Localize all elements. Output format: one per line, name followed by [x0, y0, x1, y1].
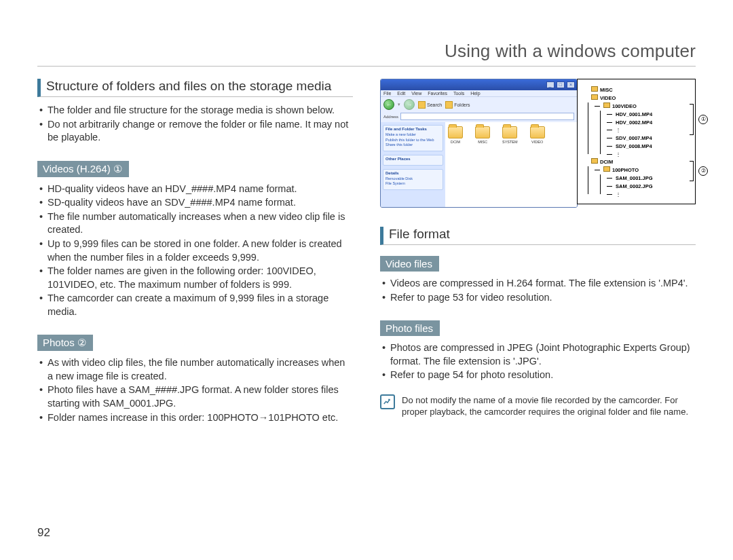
- task-text: Removable Disk: [386, 176, 440, 181]
- subheading-photos: Photos ②: [37, 335, 93, 351]
- folder-icon: [603, 102, 610, 108]
- tree-node: DCIM: [600, 159, 613, 165]
- minimize-icon: _: [546, 81, 555, 88]
- explorer-file-list: DCIM MISC SYSTEM VIDEO: [445, 122, 577, 207]
- explorer-menubar: File Edit View Favorites Tools Help: [381, 90, 577, 96]
- content-columns: Structure of folders and files on the st…: [37, 79, 696, 436]
- list-item: The camcorder can create a maximum of 9,…: [38, 292, 353, 318]
- note-box: Do not modify the name of a movie file r…: [380, 394, 696, 418]
- task-link: Make a new folder: [386, 132, 440, 137]
- folder-icon: [530, 126, 545, 138]
- menu-item: Help: [470, 91, 480, 96]
- folder-label: MISC: [478, 140, 487, 144]
- page-number: 92: [37, 526, 50, 540]
- explorer-addressbar: Address: [381, 112, 577, 122]
- folder-icon: [591, 94, 598, 100]
- folder-label: SYSTEM: [502, 140, 518, 144]
- list-item: HD-quality videos have an HDV_####.MP4 n…: [38, 183, 353, 196]
- subheading-videos: Videos (H.264) ①: [37, 161, 129, 177]
- menu-item: Favorites: [428, 91, 447, 96]
- task-group: Details Removable Disk File System: [383, 169, 443, 190]
- task-group: File and Folder Tasks Make a new folder …: [383, 125, 443, 151]
- callout-marker: ①: [698, 115, 708, 124]
- tree-node: 100VIDEO: [612, 103, 637, 109]
- back-icon: ←: [383, 99, 394, 110]
- folder-icon: [603, 166, 610, 172]
- list-item: The folder and file structure for the st…: [38, 104, 353, 117]
- menu-item: View: [411, 91, 421, 96]
- list-item: SD-quality videos have an SDV_####.MP4 n…: [38, 196, 353, 210]
- list-photos: As with video clip files, the file numbe…: [37, 356, 353, 424]
- task-group-title: Details: [386, 171, 440, 175]
- list-item: Photos are compressed in JPEG (Joint Pho…: [381, 341, 696, 368]
- folder-icon: [475, 126, 490, 138]
- task-group-title: Other Places: [386, 157, 440, 161]
- menu-item: File: [383, 91, 391, 96]
- forward-icon: →: [404, 99, 415, 110]
- callout-bracket: ②: [690, 161, 694, 181]
- folder-icon: [591, 86, 598, 92]
- callout-bracket: ①: [690, 104, 694, 135]
- task-group-title: File and Folder Tasks: [386, 127, 440, 131]
- heading-file-format: File format: [380, 227, 696, 245]
- tree-file: SAM_0001.JPG: [616, 175, 653, 181]
- list-item: Refer to page 54 for photo resolution.: [381, 369, 696, 382]
- list-structure-intro: The folder and file structure for the st…: [37, 104, 353, 145]
- tree-node: 100PHOTO: [612, 167, 639, 173]
- explorer-titlebar: ​ _ □ ×: [381, 79, 577, 90]
- tree-file: SDV_0007.MP4: [616, 135, 652, 141]
- tree-file: SDV_0008.MP4: [616, 143, 652, 149]
- page-title: Using with a windows computer: [37, 41, 696, 67]
- subheading-video-files: Video files: [380, 256, 439, 272]
- folder-label: DCIM: [451, 140, 460, 144]
- tree-node: VIDEO: [600, 95, 616, 101]
- task-link: Share this folder: [386, 143, 440, 147]
- list-item: Do not arbitrarily change or remove the …: [38, 118, 353, 145]
- left-column: Structure of folders and files on the st…: [37, 79, 353, 436]
- tree-file: HDV_0001.MP4: [616, 111, 652, 117]
- tree-file: HDV_0002.MP4: [616, 119, 652, 126]
- figure-folder-structure: ​ _ □ × File Edit View Favorites Tools H…: [380, 79, 696, 208]
- search-button: Search: [418, 101, 442, 109]
- right-column: ​ _ □ × File Edit View Favorites Tools H…: [380, 79, 696, 436]
- list-item: As with video clip files, the file numbe…: [38, 356, 353, 383]
- tree-node: MISC: [600, 87, 613, 93]
- note-icon: [380, 394, 395, 409]
- list-item: Folder names increase in this order: 100…: [38, 411, 353, 425]
- folder-label: VIDEO: [531, 140, 543, 144]
- ellipsis-icon: ⋮: [610, 191, 673, 199]
- maximize-icon: □: [557, 81, 565, 88]
- folder-item: SYSTEM: [502, 126, 518, 203]
- tree-file: SAM_0002.JPG: [616, 183, 653, 189]
- list-videos: HD-quality videos have an HDV_####.MP4 n…: [37, 183, 353, 319]
- window-controls: _ □ ×: [546, 81, 575, 88]
- list-item: The folder names are given in the follow…: [38, 265, 353, 291]
- folder-icon: [591, 158, 598, 164]
- list-item: Refer to page 53 for video resolution.: [381, 291, 696, 305]
- folder-item: VIDEO: [530, 126, 545, 203]
- callout-marker: ②: [698, 166, 708, 176]
- ellipsis-icon: ⋮: [610, 151, 673, 159]
- menu-item: Edit: [397, 91, 405, 96]
- explorer-task-panel: File and Folder Tasks Make a new folder …: [381, 122, 445, 207]
- folder-icon: [502, 126, 517, 138]
- list-video-files: Videos are compressed in H.264 format. T…: [380, 277, 696, 304]
- task-link: Publish this folder to the Web: [386, 138, 440, 143]
- folders-button: Folders: [445, 101, 470, 109]
- address-field: [400, 113, 574, 120]
- menu-item: Tools: [453, 91, 464, 96]
- list-item: Up to 9,999 files can be stored in one f…: [38, 238, 353, 264]
- note-text: Do not modify the name of a movie file r…: [402, 394, 696, 418]
- list-item: The file number automatically increases …: [38, 210, 353, 237]
- folder-item: DCIM: [448, 126, 463, 203]
- heading-structure: Structure of folders and files on the st…: [37, 79, 353, 97]
- explorer-window: ​ _ □ × File Edit View Favorites Tools H…: [380, 79, 578, 208]
- list-item: Videos are compressed in H.264 format. T…: [381, 277, 696, 291]
- task-group: Other Places: [383, 155, 443, 166]
- folder-icon: [448, 126, 463, 138]
- subheading-photo-files: Photo files: [380, 320, 440, 336]
- task-text: File System: [386, 181, 440, 186]
- explorer-toolbar: ← ▾ → Search Folders: [381, 96, 577, 112]
- folder-item: MISC: [475, 126, 490, 203]
- folder-tree-diagram: MISC VIDEO 100VIDEO HDV_0001.MP4 HDV_000…: [577, 79, 696, 204]
